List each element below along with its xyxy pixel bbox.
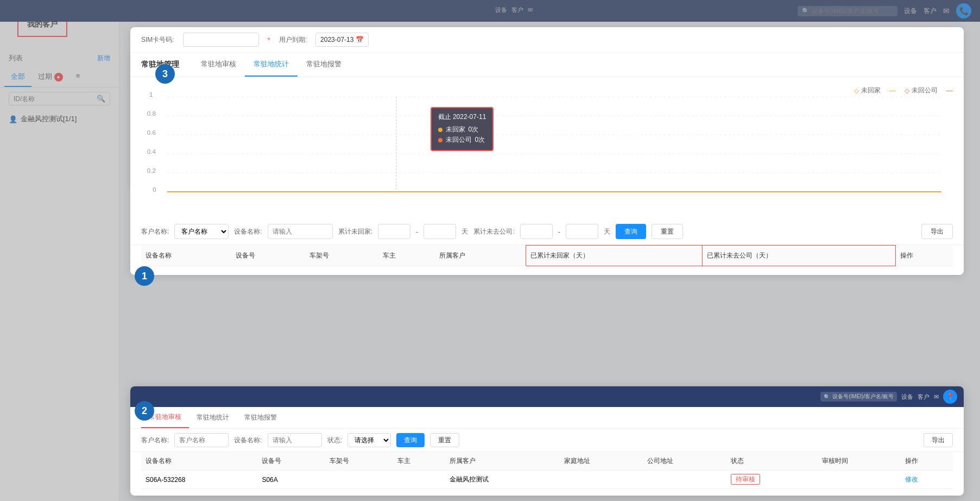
calendar-icon[interactable]: 📅 — [356, 36, 364, 43]
search-icon-p2: 🔍 — [824, 394, 830, 400]
svg-text:0.8: 0.8 — [147, 110, 156, 117]
tooltip-date: 截止 2022-07-11 — [438, 112, 486, 122]
th-device-no: 设备号 — [231, 246, 305, 266]
p2-dev-label: 设备名称: — [234, 436, 262, 445]
tooltip-not-company: 未回公司 0次 — [438, 135, 486, 145]
td-frame-no — [325, 471, 393, 489]
th-frame-no: 车架号 — [305, 246, 378, 266]
reset-button[interactable]: 重置 — [652, 224, 683, 239]
panel-main-header: 常驻地管理 常驻地审核 常驻地统计 常驻地报警 — [130, 53, 964, 77]
not-company-unit: 天 — [604, 227, 610, 236]
p2-search-btn[interactable]: 查询 — [396, 433, 425, 447]
td-company-addr — [643, 471, 726, 489]
panel2-search[interactable]: 🔍 设备号(IMEI)/客户名/账号 — [820, 392, 897, 402]
not-home-to-input[interactable] — [423, 224, 456, 239]
customer-filter-label: 客户名称: — [141, 227, 169, 236]
p2-status-select[interactable]: 请选择 — [347, 433, 391, 447]
action-modify-link[interactable]: 修改 — [905, 475, 918, 483]
legend-not-home: ◇ 未回家 — [854, 86, 881, 95]
p2-header-row: 设备名称 设备号 车架号 车主 所属客户 家庭地址 公司地址 状态 审核时间 操… — [141, 452, 953, 471]
not-company-filter-label: 累计未去公司: — [473, 227, 514, 236]
th-device-name: 设备名称 — [141, 246, 231, 266]
number-1: 1 — [135, 266, 154, 286]
p2-th-2: 车架号 — [325, 452, 393, 471]
p2-reset-btn[interactable]: 重置 — [430, 433, 459, 447]
th-owner: 车主 — [378, 246, 435, 266]
th-not-home: 已累计未回家（天） — [526, 246, 702, 266]
p2-th-4: 所属客户 — [445, 452, 560, 471]
p2-location-icon[interactable]: 📍 — [943, 390, 957, 404]
p2-th-3: 车主 — [393, 452, 445, 471]
tab-audit[interactable]: 常驻地审核 — [192, 53, 245, 77]
td-customer: 金融风控测试 — [445, 471, 560, 489]
search-button[interactable]: 查询 — [616, 224, 646, 239]
panel2-navbar: 🔍 设备号(IMEI)/客户名/账号 设备 客户 ✉ 📍 — [130, 386, 964, 407]
p2-th-6: 公司地址 — [643, 452, 726, 471]
expire-label: 用户到期: — [279, 35, 307, 45]
not-home-from-input[interactable] — [378, 224, 410, 239]
not-company-from-input[interactable] — [520, 224, 553, 239]
p2-th-8: 审核时间 — [818, 452, 901, 471]
svg-text:0.4: 0.4 — [147, 148, 156, 155]
p2-customer: 客户 — [918, 393, 930, 401]
filter-row: 客户名称: 客户名称 设备名称: 累计未回家: - 天 累计未去公司: - 天 … — [130, 218, 964, 245]
tooltip-not-home: 未回家 0次 — [438, 125, 486, 134]
legend-not-company: ◇ 未回公司 — [905, 86, 938, 95]
td-owner — [393, 471, 445, 489]
p2-th-0: 设备名称 — [141, 452, 257, 471]
td-audit-time — [818, 471, 901, 489]
p2-mail: ✉ — [934, 393, 939, 400]
not-company-to-input[interactable] — [566, 224, 598, 239]
export-button[interactable]: 导出 — [921, 224, 953, 239]
p2-th-1: 设备号 — [257, 452, 325, 471]
tab2-stats[interactable]: 常驻地统计 — [189, 408, 237, 428]
p2-th-9: 操作 — [901, 452, 953, 471]
p2-table-body: S06A-532268 S06A 金融风控测试 待审核 修改 — [141, 471, 953, 489]
chart-svg: 0 0.2 0.4 0.6 0.8 1 2022-07-09 2022-07-1… — [141, 86, 953, 195]
p2-cust-input[interactable] — [174, 433, 229, 447]
chart-tooltip: 截止 2022-07-11 未回家 0次 未回公司 0次 — [431, 107, 494, 151]
svg-text:0: 0 — [153, 186, 156, 193]
not-home-unit: 天 — [461, 227, 468, 236]
expire-date-value: 2023-07-13 — [320, 36, 353, 43]
svg-text:1: 1 — [149, 91, 153, 98]
number-3: 3 — [155, 64, 175, 84]
main-table: 设备名称 设备号 车架号 车主 所属客户 已累计未回家（天） 已累计未去公司（天… — [141, 245, 953, 266]
chart-legend: ◇ 未回家 — ◇ 未回公司 — — [854, 86, 953, 95]
panel2-table: 设备名称 设备号 车架号 车主 所属客户 家庭地址 公司地址 状态 审核时间 操… — [141, 452, 953, 489]
chart-area: ◇ 未回家 — ◇ 未回公司 — 0 0.2 0.4 0.6 0.8 1 — [130, 77, 964, 218]
th-customer: 所属客户 — [435, 246, 526, 266]
expire-date-field[interactable]: 2023-07-13 📅 — [315, 33, 369, 47]
not-home-filter-label: 累计未回家: — [338, 227, 372, 236]
table-header-row: 设备名称 设备号 车架号 车主 所属客户 已累计未回家（天） 已累计未去公司（天… — [141, 246, 953, 266]
panel-audit: 🔍 设备号(IMEI)/客户名/账号 设备 客户 ✉ 📍 常驻地审核 常驻地统计… — [130, 386, 964, 496]
th-action: 操作 — [896, 246, 953, 266]
td-action[interactable]: 修改 — [901, 471, 953, 489]
svg-text:0.2: 0.2 — [147, 167, 156, 174]
number-2: 2 — [135, 401, 154, 421]
p2-th-7: 状态 — [726, 452, 818, 471]
td-home-addr — [560, 471, 643, 489]
device-filter-label: 设备名称: — [234, 227, 262, 236]
tab-alert[interactable]: 常驻地报警 — [298, 53, 350, 77]
table-row: S06A-532268 S06A 金融风控测试 待审核 修改 — [141, 471, 953, 489]
expire-required: * — [268, 36, 270, 44]
panel2-table-wrap: 设备名称 设备号 车架号 车主 所属客户 家庭地址 公司地址 状态 审核时间 操… — [130, 452, 964, 496]
panel2-filter-row: 客户名称: 设备名称: 状态: 请选择 查询 重置 导出 — [130, 429, 964, 452]
td-status: 待审核 — [726, 471, 818, 489]
customer-filter-select[interactable]: 客户名称 — [174, 224, 229, 239]
sim-input[interactable] — [183, 33, 259, 47]
panel-main: SIM卡号码: * 用户到期: 2023-07-13 📅 常驻地管理 常驻地审核… — [130, 27, 964, 275]
td-device-name: S06A-532268 — [141, 471, 257, 489]
p2-th-5: 家庭地址 — [560, 452, 643, 471]
tab2-alert[interactable]: 常驻地报警 — [237, 408, 284, 428]
tooltip-dot-company — [438, 138, 442, 142]
p2-status-label: 状态: — [327, 436, 342, 445]
p2-cust-label: 客户名称: — [141, 436, 169, 445]
device-filter-input[interactable] — [268, 224, 333, 239]
p2-dev-input[interactable] — [268, 433, 322, 447]
table-wrap: 设备名称 设备号 车架号 车主 所属客户 已累计未回家（天） 已累计未去公司（天… — [130, 245, 964, 275]
p2-export-btn[interactable]: 导出 — [924, 433, 953, 447]
tab-stats[interactable]: 常驻地统计 — [245, 53, 298, 77]
status-badge: 待审核 — [731, 474, 760, 485]
